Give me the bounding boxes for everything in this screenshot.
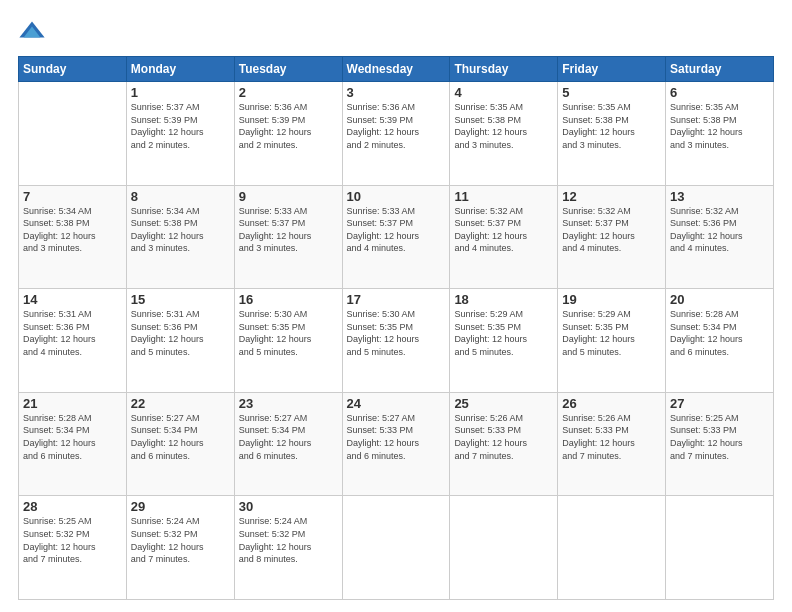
day-info: Sunrise: 5:26 AM Sunset: 5:33 PM Dayligh… [454,412,553,462]
day-info: Sunrise: 5:28 AM Sunset: 5:34 PM Dayligh… [670,308,769,358]
calendar-cell [19,82,127,186]
calendar-header-row: SundayMondayTuesdayWednesdayThursdayFrid… [19,57,774,82]
day-number: 24 [347,396,446,411]
calendar-week-row: 28Sunrise: 5:25 AM Sunset: 5:32 PM Dayli… [19,496,774,600]
calendar-weekday-monday: Monday [126,57,234,82]
day-info: Sunrise: 5:25 AM Sunset: 5:33 PM Dayligh… [670,412,769,462]
day-number: 17 [347,292,446,307]
day-info: Sunrise: 5:35 AM Sunset: 5:38 PM Dayligh… [562,101,661,151]
day-info: Sunrise: 5:31 AM Sunset: 5:36 PM Dayligh… [23,308,122,358]
calendar-week-row: 7Sunrise: 5:34 AM Sunset: 5:38 PM Daylig… [19,185,774,289]
calendar-cell: 19Sunrise: 5:29 AM Sunset: 5:35 PM Dayli… [558,289,666,393]
calendar-cell [342,496,450,600]
day-number: 23 [239,396,338,411]
calendar-cell: 7Sunrise: 5:34 AM Sunset: 5:38 PM Daylig… [19,185,127,289]
calendar-cell: 4Sunrise: 5:35 AM Sunset: 5:38 PM Daylig… [450,82,558,186]
day-info: Sunrise: 5:27 AM Sunset: 5:34 PM Dayligh… [131,412,230,462]
calendar-cell: 5Sunrise: 5:35 AM Sunset: 5:38 PM Daylig… [558,82,666,186]
day-number: 9 [239,189,338,204]
day-info: Sunrise: 5:36 AM Sunset: 5:39 PM Dayligh… [239,101,338,151]
calendar-cell [666,496,774,600]
calendar-cell: 16Sunrise: 5:30 AM Sunset: 5:35 PM Dayli… [234,289,342,393]
day-info: Sunrise: 5:34 AM Sunset: 5:38 PM Dayligh… [23,205,122,255]
calendar-cell: 30Sunrise: 5:24 AM Sunset: 5:32 PM Dayli… [234,496,342,600]
day-info: Sunrise: 5:33 AM Sunset: 5:37 PM Dayligh… [239,205,338,255]
day-number: 8 [131,189,230,204]
day-info: Sunrise: 5:25 AM Sunset: 5:32 PM Dayligh… [23,515,122,565]
calendar-cell: 20Sunrise: 5:28 AM Sunset: 5:34 PM Dayli… [666,289,774,393]
day-number: 11 [454,189,553,204]
day-number: 12 [562,189,661,204]
day-info: Sunrise: 5:31 AM Sunset: 5:36 PM Dayligh… [131,308,230,358]
day-number: 25 [454,396,553,411]
calendar-cell: 1Sunrise: 5:37 AM Sunset: 5:39 PM Daylig… [126,82,234,186]
day-info: Sunrise: 5:24 AM Sunset: 5:32 PM Dayligh… [239,515,338,565]
day-info: Sunrise: 5:29 AM Sunset: 5:35 PM Dayligh… [562,308,661,358]
day-number: 2 [239,85,338,100]
calendar-table: SundayMondayTuesdayWednesdayThursdayFrid… [18,56,774,600]
calendar-cell: 13Sunrise: 5:32 AM Sunset: 5:36 PM Dayli… [666,185,774,289]
day-info: Sunrise: 5:30 AM Sunset: 5:35 PM Dayligh… [239,308,338,358]
calendar-weekday-sunday: Sunday [19,57,127,82]
day-number: 1 [131,85,230,100]
day-number: 3 [347,85,446,100]
day-number: 30 [239,499,338,514]
day-number: 21 [23,396,122,411]
calendar-weekday-thursday: Thursday [450,57,558,82]
day-info: Sunrise: 5:32 AM Sunset: 5:37 PM Dayligh… [562,205,661,255]
day-info: Sunrise: 5:26 AM Sunset: 5:33 PM Dayligh… [562,412,661,462]
calendar-cell: 22Sunrise: 5:27 AM Sunset: 5:34 PM Dayli… [126,392,234,496]
calendar-cell [450,496,558,600]
calendar-cell: 24Sunrise: 5:27 AM Sunset: 5:33 PM Dayli… [342,392,450,496]
day-number: 18 [454,292,553,307]
day-info: Sunrise: 5:28 AM Sunset: 5:34 PM Dayligh… [23,412,122,462]
day-info: Sunrise: 5:37 AM Sunset: 5:39 PM Dayligh… [131,101,230,151]
day-number: 27 [670,396,769,411]
day-number: 14 [23,292,122,307]
day-number: 13 [670,189,769,204]
calendar-cell: 18Sunrise: 5:29 AM Sunset: 5:35 PM Dayli… [450,289,558,393]
day-info: Sunrise: 5:27 AM Sunset: 5:34 PM Dayligh… [239,412,338,462]
day-info: Sunrise: 5:29 AM Sunset: 5:35 PM Dayligh… [454,308,553,358]
day-number: 29 [131,499,230,514]
calendar-cell: 11Sunrise: 5:32 AM Sunset: 5:37 PM Dayli… [450,185,558,289]
calendar-cell: 28Sunrise: 5:25 AM Sunset: 5:32 PM Dayli… [19,496,127,600]
day-info: Sunrise: 5:32 AM Sunset: 5:36 PM Dayligh… [670,205,769,255]
day-info: Sunrise: 5:32 AM Sunset: 5:37 PM Dayligh… [454,205,553,255]
day-info: Sunrise: 5:27 AM Sunset: 5:33 PM Dayligh… [347,412,446,462]
day-info: Sunrise: 5:36 AM Sunset: 5:39 PM Dayligh… [347,101,446,151]
calendar-cell: 8Sunrise: 5:34 AM Sunset: 5:38 PM Daylig… [126,185,234,289]
calendar-cell: 12Sunrise: 5:32 AM Sunset: 5:37 PM Dayli… [558,185,666,289]
calendar-weekday-friday: Friday [558,57,666,82]
calendar-weekday-tuesday: Tuesday [234,57,342,82]
calendar-cell: 23Sunrise: 5:27 AM Sunset: 5:34 PM Dayli… [234,392,342,496]
day-number: 26 [562,396,661,411]
day-number: 22 [131,396,230,411]
calendar-cell: 21Sunrise: 5:28 AM Sunset: 5:34 PM Dayli… [19,392,127,496]
day-info: Sunrise: 5:35 AM Sunset: 5:38 PM Dayligh… [454,101,553,151]
calendar-cell: 25Sunrise: 5:26 AM Sunset: 5:33 PM Dayli… [450,392,558,496]
calendar-cell: 2Sunrise: 5:36 AM Sunset: 5:39 PM Daylig… [234,82,342,186]
calendar-cell: 9Sunrise: 5:33 AM Sunset: 5:37 PM Daylig… [234,185,342,289]
day-info: Sunrise: 5:24 AM Sunset: 5:32 PM Dayligh… [131,515,230,565]
calendar-week-row: 1Sunrise: 5:37 AM Sunset: 5:39 PM Daylig… [19,82,774,186]
calendar-cell [558,496,666,600]
day-number: 15 [131,292,230,307]
day-number: 7 [23,189,122,204]
day-number: 10 [347,189,446,204]
calendar-cell: 29Sunrise: 5:24 AM Sunset: 5:32 PM Dayli… [126,496,234,600]
calendar-cell: 15Sunrise: 5:31 AM Sunset: 5:36 PM Dayli… [126,289,234,393]
calendar-cell: 3Sunrise: 5:36 AM Sunset: 5:39 PM Daylig… [342,82,450,186]
calendar-cell: 17Sunrise: 5:30 AM Sunset: 5:35 PM Dayli… [342,289,450,393]
day-number: 5 [562,85,661,100]
calendar-cell: 27Sunrise: 5:25 AM Sunset: 5:33 PM Dayli… [666,392,774,496]
calendar-cell: 14Sunrise: 5:31 AM Sunset: 5:36 PM Dayli… [19,289,127,393]
day-number: 16 [239,292,338,307]
calendar-cell: 10Sunrise: 5:33 AM Sunset: 5:37 PM Dayli… [342,185,450,289]
day-info: Sunrise: 5:33 AM Sunset: 5:37 PM Dayligh… [347,205,446,255]
day-info: Sunrise: 5:35 AM Sunset: 5:38 PM Dayligh… [670,101,769,151]
day-number: 19 [562,292,661,307]
calendar-cell: 26Sunrise: 5:26 AM Sunset: 5:33 PM Dayli… [558,392,666,496]
day-number: 4 [454,85,553,100]
calendar-week-row: 14Sunrise: 5:31 AM Sunset: 5:36 PM Dayli… [19,289,774,393]
